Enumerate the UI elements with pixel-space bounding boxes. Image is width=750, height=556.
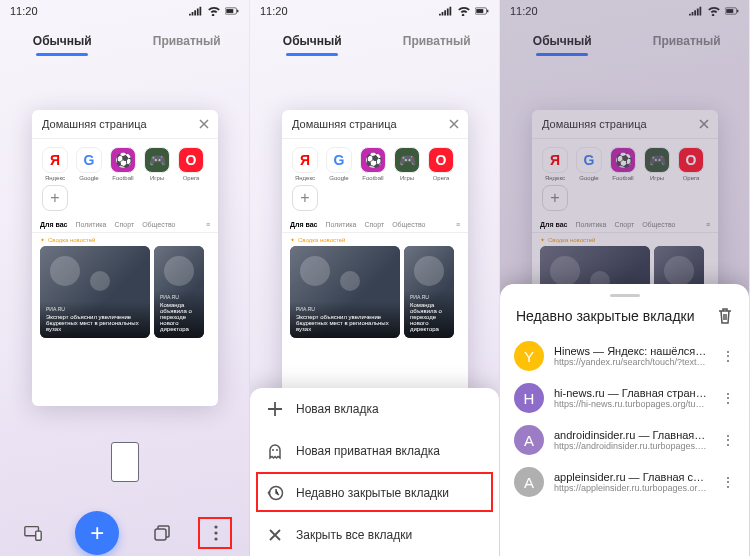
recent-title: hi-news.ru — Главная страница: [554, 387, 707, 399]
tab-private[interactable]: Приватный: [625, 28, 750, 56]
feed-tab[interactable]: Для вас: [40, 221, 67, 228]
more-menu-button[interactable]: [204, 521, 228, 545]
mode-tabs: Обычный Приватный: [250, 22, 499, 56]
feed-tab[interactable]: Общество: [642, 221, 675, 228]
recent-item[interactable]: YHinews — Яндекс: нашёлся 31 мл...https:…: [500, 335, 749, 377]
wifi-icon: [457, 6, 471, 16]
speed-dial-item[interactable]: ⚽Football: [608, 147, 638, 181]
speed-dial-item[interactable]: ⚽Football: [358, 147, 388, 181]
svg-rect-19: [726, 9, 733, 13]
battery-icon: [225, 6, 239, 16]
mode-tabs: Обычный Приватный: [500, 22, 749, 56]
recent-url: https://hi-news.ru.turbopages.org/turb..…: [554, 399, 707, 409]
item-menu-icon[interactable]: ⋮: [717, 348, 739, 364]
svg-rect-18: [737, 10, 738, 13]
close-icon[interactable]: [198, 118, 210, 130]
feed-tab[interactable]: Для вас: [540, 221, 567, 228]
avatar: A: [514, 467, 544, 497]
speed-dial-item[interactable]: OOpera: [176, 147, 206, 181]
recent-item[interactable]: Aappleinsider.ru — Главная стра...https:…: [500, 461, 749, 503]
speed-dial-item[interactable]: ⚽Football: [108, 147, 138, 181]
feed-tab[interactable]: Общество: [392, 221, 425, 228]
bottom-bar: +: [0, 510, 249, 556]
tab-preview-card[interactable]: Домашняя страница ЯЯндексGGoogle⚽Footbal…: [32, 110, 218, 406]
svg-point-8: [214, 537, 217, 540]
menu-recently-closed[interactable]: Недавно закрытые вкладки: [250, 472, 499, 514]
feed-subtitle: ✦Сводка новостей: [32, 233, 218, 246]
feed-tab[interactable]: Политика: [325, 221, 356, 228]
add-speed-dial[interactable]: +: [290, 185, 320, 211]
speed-dial-item[interactable]: ЯЯндекс: [40, 147, 70, 181]
close-icon[interactable]: [448, 118, 460, 130]
recent-title: Hinews — Яндекс: нашёлся 31 мл...: [554, 345, 707, 357]
speed-dial-item[interactable]: 🎮Игры: [392, 147, 422, 181]
close-icon[interactable]: [698, 118, 710, 130]
item-menu-icon[interactable]: ⋮: [717, 474, 739, 490]
sync-button[interactable]: [21, 521, 45, 545]
feed-tab[interactable]: Общество: [142, 221, 175, 228]
feed-tab[interactable]: Спорт: [114, 221, 134, 228]
tab-preview-card[interactable]: Домашняя страница ЯЯндексGGoogle⚽Footbal…: [282, 110, 468, 406]
ghost-icon: [266, 442, 284, 460]
trash-icon[interactable]: [717, 307, 733, 325]
svg-rect-1: [237, 10, 238, 13]
feed-menu-icon[interactable]: ≡: [706, 221, 710, 228]
avatar: H: [514, 383, 544, 413]
tab-private[interactable]: Приватный: [125, 28, 250, 56]
menu-new-tab[interactable]: Новая вкладка: [250, 388, 499, 430]
avatar: Y: [514, 341, 544, 371]
tab-normal[interactable]: Обычный: [250, 28, 375, 56]
speed-dial-item[interactable]: GGoogle: [574, 147, 604, 181]
recent-item[interactable]: Aandroidinsider.ru — Главная стр...https…: [500, 419, 749, 461]
speed-dial-item[interactable]: 🎮Игры: [142, 147, 172, 181]
menu-close-all[interactable]: Закрыть все вкладки: [250, 514, 499, 556]
status-icons: [439, 6, 489, 16]
svg-point-14: [272, 449, 274, 451]
speed-dial-item[interactable]: GGoogle: [324, 147, 354, 181]
news-card[interactable]: РИА.RUЭксперт объяснил увеличение бюджет…: [290, 246, 400, 338]
sheet-header: Недавно закрытые вкладки: [500, 303, 749, 335]
speed-dial-item[interactable]: OOpera: [426, 147, 456, 181]
menu-label: Новая приватная вкладка: [296, 444, 440, 458]
status-time: 11:20: [10, 5, 38, 17]
phone-screen-1: 11:20 Обычный Приватный Домашняя страниц…: [0, 0, 250, 556]
add-speed-dial[interactable]: +: [540, 185, 570, 211]
speed-dial-item[interactable]: OOpera: [676, 147, 706, 181]
feed-tab[interactable]: Для вас: [290, 221, 317, 228]
recent-list: YHinews — Яндекс: нашёлся 31 мл...https:…: [500, 335, 749, 503]
recent-item[interactable]: Hhi-news.ru — Главная страницаhttps://hi…: [500, 377, 749, 419]
news-card[interactable]: РИА.RUКоманда объявила о переходе нового…: [154, 246, 204, 338]
tab-thumbnail[interactable]: [111, 442, 139, 482]
tabs-button[interactable]: [150, 521, 174, 545]
news-card[interactable]: РИА.RUКоманда объявила о переходе нового…: [404, 246, 454, 338]
speed-dial-item[interactable]: GGoogle: [74, 147, 104, 181]
tab-normal[interactable]: Обычный: [0, 28, 125, 56]
recent-url: https://yandex.ru/search/touch/?text=...: [554, 357, 707, 367]
feed-menu-icon[interactable]: ≡: [456, 221, 460, 228]
new-tab-fab[interactable]: +: [75, 511, 119, 555]
menu-label: Закрыть все вкладки: [296, 528, 412, 542]
phone-screen-2: 11:20 Обычный Приватный Домашняя страниц…: [250, 0, 500, 556]
speed-dial-item[interactable]: ЯЯндекс: [540, 147, 570, 181]
feed-tab[interactable]: Политика: [575, 221, 606, 228]
feed-tab[interactable]: Спорт: [364, 221, 384, 228]
sheet-handle[interactable]: [610, 294, 640, 297]
feed-subtitle: ✦Сводка новостей: [532, 233, 718, 246]
svg-rect-2: [226, 9, 233, 13]
news-card[interactable]: РИА.RUЭксперт объяснил увеличение бюджет…: [40, 246, 150, 338]
speed-dial-item[interactable]: 🎮Игры: [642, 147, 672, 181]
item-menu-icon[interactable]: ⋮: [717, 432, 739, 448]
feed-menu-icon[interactable]: ≡: [206, 221, 210, 228]
signal-icon: [689, 6, 703, 16]
menu-new-private-tab[interactable]: Новая приватная вкладка: [250, 430, 499, 472]
speed-dial: ЯЯндексGGoogle⚽Football🎮ИгрыOOpera+: [282, 139, 468, 215]
feed-tab[interactable]: Спорт: [614, 221, 634, 228]
menu-label: Недавно закрытые вкладки: [296, 486, 449, 500]
item-menu-icon[interactable]: ⋮: [717, 390, 739, 406]
card-header: Домашняя страница: [282, 110, 468, 139]
tab-normal[interactable]: Обычный: [500, 28, 625, 56]
tab-private[interactable]: Приватный: [375, 28, 500, 56]
feed-tab[interactable]: Политика: [75, 221, 106, 228]
speed-dial-item[interactable]: ЯЯндекс: [290, 147, 320, 181]
add-speed-dial[interactable]: +: [40, 185, 70, 211]
